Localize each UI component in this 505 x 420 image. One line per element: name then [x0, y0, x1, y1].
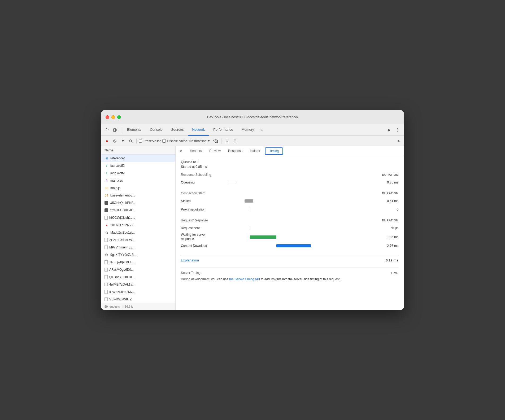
total-row: Explanation 6.12 ms: [181, 258, 398, 262]
disable-cache-label[interactable]: Disable cache: [162, 139, 187, 143]
sidebar-item-main-js[interactable]: JS main.js: [101, 184, 175, 192]
resource-scheduling-header: Resource Scheduling DURATION: [181, 173, 398, 177]
request-response-header: Request/Response DURATION: [181, 218, 398, 222]
disable-cache-checkbox[interactable]: [162, 139, 166, 143]
main-content: Name ⊞ reference/ 𝕋 latin.woff2 𝕋 latin.…: [101, 146, 404, 310]
sidebar-item-2p2l[interactable]: 2P2L80XfBoFW...: [101, 236, 175, 244]
tab-sources[interactable]: Sources: [167, 124, 188, 136]
sidebar-item-name-qtd: QTDnaY32hLDi...: [109, 275, 134, 279]
sidebar-item-u5o[interactable]: U5OHzQL4tEKF...: [101, 199, 175, 207]
throttle-select[interactable]: No throttling ▼: [188, 139, 211, 143]
sidebar-item-name-h90: h90CtfziXluvh1L...: [109, 216, 135, 220]
doc-icon-4: [105, 246, 108, 249]
tab-headers[interactable]: Headers: [186, 146, 206, 156]
server-timing-api-link[interactable]: the Server Timing API: [229, 277, 260, 281]
svg-line-6: [114, 140, 116, 142]
tab-console[interactable]: Console: [146, 124, 167, 136]
preserve-log-label[interactable]: Preserve log: [139, 139, 161, 143]
connection-start-header: Connection Start DURATION: [181, 191, 398, 195]
server-timing-title: Server Timing: [181, 271, 201, 275]
connection-start-duration-label: DURATION: [382, 192, 398, 195]
maximize-button[interactable]: [117, 115, 121, 119]
sidebar-item-o2s[interactable]: O2sIJEHG9avK...: [101, 207, 175, 214]
export-har-button[interactable]: [224, 138, 230, 145]
filter-button[interactable]: [119, 138, 126, 145]
doc-icon-9: [105, 290, 108, 294]
sidebar-item-base-element[interactable]: JS base-element-3...: [101, 192, 175, 199]
resource-scheduling-section: Resource Scheduling DURATION Queueing 0.…: [181, 173, 398, 186]
tab-elements[interactable]: Elements: [123, 124, 146, 136]
close-detail-button[interactable]: ×: [178, 148, 184, 154]
preserve-log-checkbox[interactable]: [139, 139, 142, 143]
sidebar-footer: 59 requests | 86.3 kl: [101, 303, 175, 310]
sidebar-item-afc[interactable]: AFacMOgv6D0...: [101, 266, 175, 273]
svg-point-4: [397, 131, 398, 131]
sidebar-item-h90[interactable]: h90CtfziXluvh1L...: [101, 214, 175, 221]
top-nav: Elements Console Sources Network Perform…: [101, 124, 404, 136]
tab-memory[interactable]: Memory: [237, 124, 258, 136]
stop-button[interactable]: [111, 138, 118, 145]
block-icon: ⊘: [105, 230, 109, 235]
doc-icon-6: [105, 268, 108, 272]
tab-response[interactable]: Response: [224, 146, 246, 156]
request-sent-row: Request sent 56 μs: [181, 224, 398, 232]
import-har-button[interactable]: [232, 138, 238, 145]
sidebar-item-mpv[interactable]: MPcVmmemtEE...: [101, 244, 175, 251]
sidebar-item-reference[interactable]: ⊞ reference/: [101, 155, 175, 162]
close-button[interactable]: [106, 115, 109, 119]
queueing-duration: 0.85 ms: [377, 181, 398, 184]
resource-scheduling-title: Resource Scheduling: [181, 173, 211, 177]
sidebar-item-latin1[interactable]: 𝕋 latin.woff2: [101, 162, 175, 169]
network-settings-button[interactable]: [395, 138, 402, 145]
queueing-label: Queueing: [181, 181, 229, 184]
stalled-duration: 0.61 ms: [377, 199, 398, 203]
tab-preview[interactable]: Preview: [206, 146, 224, 156]
resource-scheduling-duration-label: DURATION: [382, 173, 398, 176]
doc-icon-7: [105, 275, 108, 279]
sidebar-item-trf[interactable]: TRFujw0pi0nHF...: [101, 259, 175, 266]
sidebar-item-qtd[interactable]: QTDnaY32hLDi...: [101, 273, 175, 281]
nav-separator-1: [121, 127, 121, 133]
tab-network[interactable]: Network: [188, 124, 209, 136]
doc-icon-2: [105, 216, 108, 220]
waiting-row: Waiting for serverresponse 1.85 ms: [181, 233, 398, 241]
timing-meta: Queued at 0 Started at 0.85 ms: [181, 160, 398, 169]
sidebar-item-20e[interactable]: ● 20E6CLcSzNV2...: [101, 221, 175, 229]
sidebar-item-ihv[interactable]: IHvzbNUlrm2Mv...: [101, 288, 175, 296]
explanation-link[interactable]: Explanation: [181, 258, 199, 262]
wifi-settings-icon[interactable]: [212, 138, 219, 145]
search-button[interactable]: [127, 138, 134, 145]
tab-initiator[interactable]: Initiator: [246, 146, 264, 156]
tab-timing[interactable]: Timing: [265, 147, 283, 155]
sidebar-item-main-css[interactable]: # main.css: [101, 177, 175, 184]
stalled-bar: [245, 199, 253, 203]
file-list-sidebar: Name ⊞ reference/ 𝕋 latin.woff2 𝕋 latin.…: [101, 146, 176, 310]
inspect-icon[interactable]: [103, 126, 111, 134]
sidebar-item-4pi[interactable]: 4pIMBj7zOAk1y...: [101, 281, 175, 288]
tab-performance[interactable]: Performance: [209, 124, 237, 136]
doc-icon: ⊞: [105, 156, 109, 160]
nav-tabs: Elements Console Sources Network Perform…: [123, 124, 385, 136]
server-timing-header: Server Timing TIME: [181, 271, 398, 275]
record-button[interactable]: ●: [103, 138, 110, 145]
sidebar-item-name-trf: TRFujw0pi0nHF...: [109, 260, 134, 264]
sidebar-item-name-css: main.css: [110, 179, 123, 182]
sidebar-item-9gz[interactable]: ⚙ 9gzXiTYY0nZzB...: [101, 251, 175, 259]
js-icon: JS: [105, 186, 109, 190]
sidebar-item-vsk[interactable]: VSk4XiLkW8TZ: [101, 296, 175, 303]
sidebar-item-madq[interactable]: ⊘ MadqZslZpo1sj...: [101, 229, 175, 236]
sidebar-item-name-base: base-element-3...: [110, 194, 135, 197]
toolbar-sep-2: [221, 138, 221, 144]
titlebar: DevTools - localhost:8080/docs/devtools/…: [101, 110, 404, 124]
sidebar-item-name-9gz: 9gzXiTYY0nZzB...: [110, 253, 136, 257]
device-icon[interactable]: [111, 126, 119, 134]
minimize-button[interactable]: [111, 115, 115, 119]
more-options-icon[interactable]: [394, 126, 401, 134]
nav-more-button[interactable]: »: [258, 128, 265, 132]
settings-icon[interactable]: [385, 126, 392, 134]
stalled-label: Stalled: [181, 199, 229, 203]
waiting-bar: [250, 235, 276, 239]
svg-line-8: [131, 142, 132, 143]
sidebar-item-latin2[interactable]: 𝕋 latin.woff2: [101, 169, 175, 177]
content-download-row: Content Download 2.76 ms: [181, 242, 398, 250]
